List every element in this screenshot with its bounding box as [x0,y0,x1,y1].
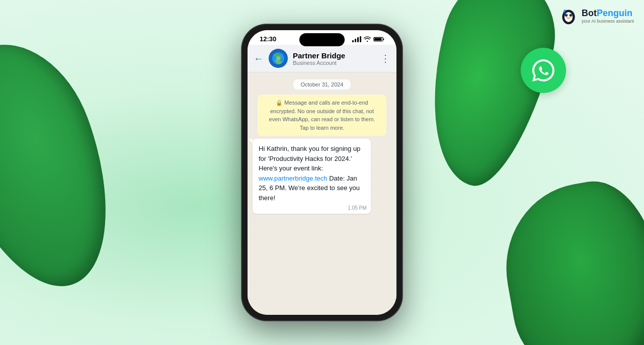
message-time: 1.05 PM [348,204,366,212]
contact-name: Partner Bridge [293,51,375,60]
svg-rect-8 [374,38,382,40]
logo-brand: BotPenguin [582,8,634,19]
whatsapp-icon [530,57,556,83]
logo-text-container: BotPenguin your AI business assistant [582,8,634,24]
chat-area: October 31, 2024 🔒 Message and calls are… [248,72,396,315]
contact-info: Partner Bridge Business Account [293,51,375,66]
back-button[interactable]: ← [254,53,264,64]
header-menu-button[interactable]: ⋮ [380,52,390,64]
phone-screen: 12:30 [248,30,396,315]
botpenguin-logo-icon [559,7,578,25]
signal-bars-icon [352,36,361,42]
botpenguin-logo: BotPenguin your AI business assistant [559,7,634,25]
status-bar: 12:30 [248,30,396,45]
svg-point-5 [571,15,572,16]
signal-bar-1 [352,40,354,42]
wifi-icon [364,36,371,42]
message-link[interactable]: www.partnerbridge.tech [259,175,328,182]
phone-container: 12:30 [242,24,403,321]
whatsapp-icon-bubble [521,48,566,93]
lock-icon: 🔒 [276,100,283,106]
contact-avatar [269,49,288,68]
logo-bot: Bot [582,8,597,18]
dynamic-island [299,33,345,46]
date-badge: October 31, 2024 [293,79,350,90]
encryption-notice[interactable]: 🔒 Message and calls are end-to-end encry… [258,95,386,136]
logo-tagline: your AI business assistant [582,19,634,24]
encryption-text: Message and calls are end-to-end encrypt… [269,100,375,131]
svg-point-4 [566,15,567,16]
message-body: Hi Kathrin, thank you for signing up for… [259,145,360,172]
signal-bar-2 [355,39,356,42]
message-bubble: Hi Kathrin, thank you for signing up for… [253,139,371,214]
signal-bar-3 [357,37,359,42]
contact-status: Business Account [293,60,375,66]
signal-bar-4 [360,36,361,42]
svg-point-11 [276,56,280,60]
svg-point-1 [565,12,573,22]
logo-penguin: Penguin [597,8,632,18]
status-icons [352,36,384,42]
svg-rect-7 [383,38,384,40]
chat-header: ← Partner Bridge Business Account ⋮ [248,45,396,72]
phone-frame: 12:30 [242,24,403,321]
battery-icon [373,36,384,42]
status-time: 12:30 [260,35,276,43]
